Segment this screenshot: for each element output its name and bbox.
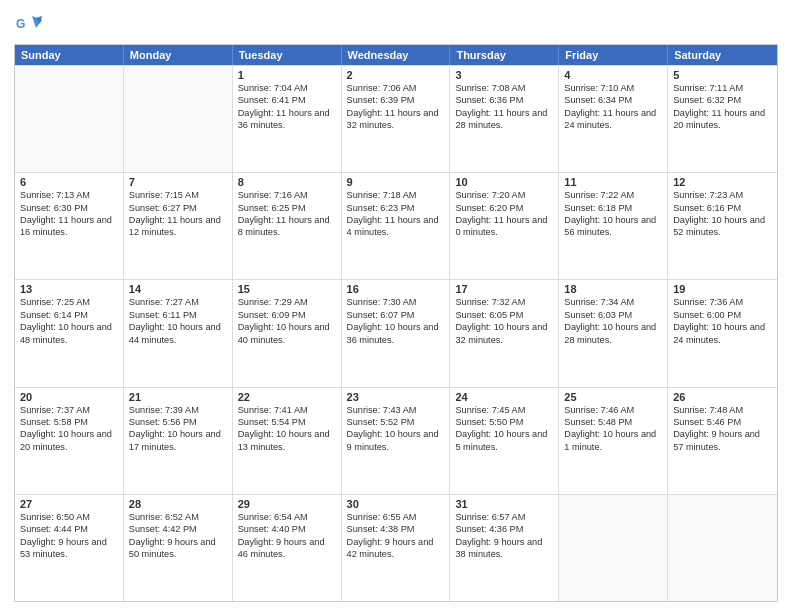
calendar: SundayMondayTuesdayWednesdayThursdayFrid… <box>14 44 778 602</box>
day-number: 25 <box>564 391 662 403</box>
sunset-text: Sunset: 4:38 PM <box>347 523 445 535</box>
daylight-text: Daylight: 10 hours and 40 minutes. <box>238 321 336 346</box>
sunset-text: Sunset: 4:44 PM <box>20 523 118 535</box>
day-cell-29: 29Sunrise: 6:54 AMSunset: 4:40 PMDayligh… <box>233 495 342 601</box>
weekday-header-sunday: Sunday <box>15 45 124 65</box>
daylight-text: Daylight: 9 hours and 42 minutes. <box>347 536 445 561</box>
day-cell-12: 12Sunrise: 7:23 AMSunset: 6:16 PMDayligh… <box>668 173 777 279</box>
day-cell-20: 20Sunrise: 7:37 AMSunset: 5:58 PMDayligh… <box>15 388 124 494</box>
day-number: 17 <box>455 283 553 295</box>
day-cell-5: 5Sunrise: 7:11 AMSunset: 6:32 PMDaylight… <box>668 66 777 172</box>
sunset-text: Sunset: 4:36 PM <box>455 523 553 535</box>
calendar-body: 1Sunrise: 7:04 AMSunset: 6:41 PMDaylight… <box>15 65 777 601</box>
day-cell-9: 9Sunrise: 7:18 AMSunset: 6:23 PMDaylight… <box>342 173 451 279</box>
weekday-header-wednesday: Wednesday <box>342 45 451 65</box>
week-row-3: 13Sunrise: 7:25 AMSunset: 6:14 PMDayligh… <box>15 279 777 386</box>
day-number: 29 <box>238 498 336 510</box>
daylight-text: Daylight: 10 hours and 56 minutes. <box>564 214 662 239</box>
day-number: 6 <box>20 176 118 188</box>
daylight-text: Daylight: 10 hours and 52 minutes. <box>673 214 772 239</box>
day-cell-13: 13Sunrise: 7:25 AMSunset: 6:14 PMDayligh… <box>15 280 124 386</box>
daylight-text: Daylight: 9 hours and 57 minutes. <box>673 428 772 453</box>
sunrise-text: Sunrise: 7:48 AM <box>673 404 772 416</box>
day-number: 24 <box>455 391 553 403</box>
sunrise-text: Sunrise: 7:41 AM <box>238 404 336 416</box>
sunset-text: Sunset: 6:14 PM <box>20 309 118 321</box>
day-number: 5 <box>673 69 772 81</box>
logo-icon: G <box>14 10 42 38</box>
daylight-text: Daylight: 11 hours and 4 minutes. <box>347 214 445 239</box>
daylight-text: Daylight: 11 hours and 36 minutes. <box>238 107 336 132</box>
sunset-text: Sunset: 6:25 PM <box>238 202 336 214</box>
day-number: 19 <box>673 283 772 295</box>
sunrise-text: Sunrise: 7:30 AM <box>347 296 445 308</box>
sunrise-text: Sunrise: 6:50 AM <box>20 511 118 523</box>
sunrise-text: Sunrise: 7:37 AM <box>20 404 118 416</box>
day-cell-22: 22Sunrise: 7:41 AMSunset: 5:54 PMDayligh… <box>233 388 342 494</box>
sunrise-text: Sunrise: 7:27 AM <box>129 296 227 308</box>
day-number: 1 <box>238 69 336 81</box>
daylight-text: Daylight: 11 hours and 24 minutes. <box>564 107 662 132</box>
week-row-4: 20Sunrise: 7:37 AMSunset: 5:58 PMDayligh… <box>15 387 777 494</box>
sunrise-text: Sunrise: 7:06 AM <box>347 82 445 94</box>
empty-cell <box>668 495 777 601</box>
day-number: 14 <box>129 283 227 295</box>
daylight-text: Daylight: 9 hours and 50 minutes. <box>129 536 227 561</box>
sunrise-text: Sunrise: 7:46 AM <box>564 404 662 416</box>
daylight-text: Daylight: 11 hours and 28 minutes. <box>455 107 553 132</box>
sunset-text: Sunset: 6:32 PM <box>673 94 772 106</box>
day-number: 20 <box>20 391 118 403</box>
header: G <box>14 10 778 38</box>
day-cell-21: 21Sunrise: 7:39 AMSunset: 5:56 PMDayligh… <box>124 388 233 494</box>
day-number: 27 <box>20 498 118 510</box>
sunset-text: Sunset: 6:41 PM <box>238 94 336 106</box>
daylight-text: Daylight: 11 hours and 16 minutes. <box>20 214 118 239</box>
day-number: 31 <box>455 498 553 510</box>
sunset-text: Sunset: 6:11 PM <box>129 309 227 321</box>
sunrise-text: Sunrise: 7:25 AM <box>20 296 118 308</box>
sunrise-text: Sunrise: 7:43 AM <box>347 404 445 416</box>
daylight-text: Daylight: 11 hours and 12 minutes. <box>129 214 227 239</box>
day-cell-15: 15Sunrise: 7:29 AMSunset: 6:09 PMDayligh… <box>233 280 342 386</box>
sunrise-text: Sunrise: 7:22 AM <box>564 189 662 201</box>
sunset-text: Sunset: 4:42 PM <box>129 523 227 535</box>
week-row-1: 1Sunrise: 7:04 AMSunset: 6:41 PMDaylight… <box>15 65 777 172</box>
sunset-text: Sunset: 6:00 PM <box>673 309 772 321</box>
day-number: 23 <box>347 391 445 403</box>
day-number: 26 <box>673 391 772 403</box>
sunset-text: Sunset: 6:27 PM <box>129 202 227 214</box>
sunset-text: Sunset: 5:46 PM <box>673 416 772 428</box>
daylight-text: Daylight: 10 hours and 48 minutes. <box>20 321 118 346</box>
daylight-text: Daylight: 10 hours and 5 minutes. <box>455 428 553 453</box>
daylight-text: Daylight: 10 hours and 28 minutes. <box>564 321 662 346</box>
sunrise-text: Sunrise: 7:23 AM <box>673 189 772 201</box>
daylight-text: Daylight: 10 hours and 20 minutes. <box>20 428 118 453</box>
day-number: 28 <box>129 498 227 510</box>
logo: G <box>14 10 46 38</box>
sunset-text: Sunset: 5:58 PM <box>20 416 118 428</box>
daylight-text: Daylight: 10 hours and 13 minutes. <box>238 428 336 453</box>
sunset-text: Sunset: 6:39 PM <box>347 94 445 106</box>
daylight-text: Daylight: 10 hours and 24 minutes. <box>673 321 772 346</box>
sunrise-text: Sunrise: 6:52 AM <box>129 511 227 523</box>
page: G SundayMondayTuesdayWednesdayThursdayFr… <box>0 0 792 612</box>
day-cell-11: 11Sunrise: 7:22 AMSunset: 6:18 PMDayligh… <box>559 173 668 279</box>
sunset-text: Sunset: 5:50 PM <box>455 416 553 428</box>
day-cell-25: 25Sunrise: 7:46 AMSunset: 5:48 PMDayligh… <box>559 388 668 494</box>
sunrise-text: Sunrise: 7:15 AM <box>129 189 227 201</box>
day-number: 4 <box>564 69 662 81</box>
day-cell-4: 4Sunrise: 7:10 AMSunset: 6:34 PMDaylight… <box>559 66 668 172</box>
calendar-header: SundayMondayTuesdayWednesdayThursdayFrid… <box>15 45 777 65</box>
day-number: 18 <box>564 283 662 295</box>
weekday-header-tuesday: Tuesday <box>233 45 342 65</box>
sunrise-text: Sunrise: 7:20 AM <box>455 189 553 201</box>
sunset-text: Sunset: 4:40 PM <box>238 523 336 535</box>
day-cell-2: 2Sunrise: 7:06 AMSunset: 6:39 PMDaylight… <box>342 66 451 172</box>
sunrise-text: Sunrise: 7:45 AM <box>455 404 553 416</box>
daylight-text: Daylight: 10 hours and 36 minutes. <box>347 321 445 346</box>
sunrise-text: Sunrise: 7:29 AM <box>238 296 336 308</box>
daylight-text: Daylight: 9 hours and 53 minutes. <box>20 536 118 561</box>
day-cell-10: 10Sunrise: 7:20 AMSunset: 6:20 PMDayligh… <box>450 173 559 279</box>
week-row-2: 6Sunrise: 7:13 AMSunset: 6:30 PMDaylight… <box>15 172 777 279</box>
empty-cell <box>124 66 233 172</box>
